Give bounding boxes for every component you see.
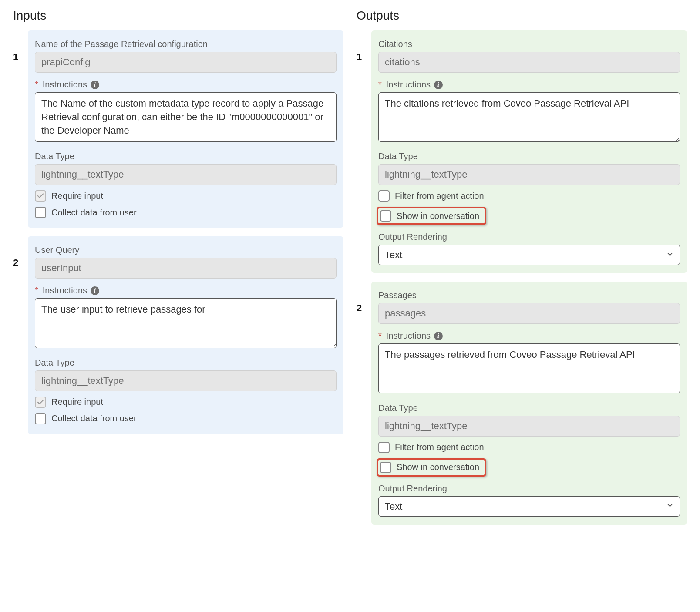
require-input-checkbox (35, 190, 46, 202)
outputs-column: Outputs 1 Citations * Instructions i Dat… (357, 9, 687, 533)
data-type-label: Data Type (35, 358, 337, 368)
output-rendering-label: Output Rendering (378, 232, 680, 242)
output-rendering-select[interactable]: Text (378, 245, 680, 265)
outputs-heading: Outputs (357, 9, 687, 23)
item-number: 1 (13, 30, 28, 63)
inputs-column: Inputs 1 Name of the Passage Retrieval c… (13, 9, 343, 533)
instructions-label: * Instructions i (378, 80, 680, 90)
output-rendering-select[interactable]: Text (378, 496, 680, 517)
output-rendering-label: Output Rendering (378, 484, 680, 494)
required-marker: * (35, 80, 38, 90)
output-title-label: Citations (378, 39, 680, 49)
input-card: User Query * Instructions i Data Type Re… (28, 236, 343, 434)
output-name-field (378, 52, 680, 73)
output-card: Citations * Instructions i Data Type Fil… (371, 30, 687, 273)
data-type-field (378, 416, 680, 437)
instructions-textarea[interactable] (35, 298, 337, 348)
required-marker: * (35, 286, 38, 296)
collect-from-user-checkbox[interactable] (35, 207, 46, 218)
require-input-checkbox (35, 397, 46, 408)
data-type-field (35, 370, 337, 391)
input-name-field (35, 52, 337, 73)
instructions-label: * Instructions i (35, 286, 337, 296)
info-icon[interactable]: i (434, 81, 443, 89)
collect-from-user-label: Collect data from user (51, 208, 137, 218)
data-type-label: Data Type (378, 403, 680, 413)
show-in-conversation-label: Show in conversation (397, 211, 479, 221)
input-item: 1 Name of the Passage Retrieval configur… (13, 30, 343, 228)
show-in-conversation-checkbox[interactable] (380, 210, 391, 222)
filter-from-agent-label: Filter from agent action (395, 442, 484, 452)
filter-from-agent-checkbox-row[interactable]: Filter from agent action (378, 190, 680, 202)
filter-from-agent-checkbox-row[interactable]: Filter from agent action (378, 442, 680, 453)
collect-from-user-checkbox-row[interactable]: Collect data from user (35, 207, 337, 218)
input-card: Name of the Passage Retrieval configurat… (28, 30, 343, 228)
output-title-label: Passages (378, 290, 680, 300)
instructions-textarea[interactable] (378, 343, 680, 393)
info-icon[interactable]: i (91, 81, 99, 89)
output-card: Passages * Instructions i Data Type Filt… (371, 282, 687, 524)
show-in-conversation-checkbox-row[interactable]: Show in conversation (377, 207, 486, 225)
input-title-label: User Query (35, 245, 337, 255)
output-item: 1 Citations * Instructions i Data Type F… (357, 30, 687, 273)
data-type-label: Data Type (35, 151, 337, 161)
item-number: 2 (357, 282, 371, 314)
info-icon[interactable]: i (434, 332, 443, 340)
item-number: 1 (357, 30, 371, 63)
required-marker: * (378, 80, 382, 90)
output-rendering-select-wrap[interactable]: Text (378, 245, 680, 265)
collect-from-user-checkbox-row[interactable]: Collect data from user (35, 413, 337, 424)
item-number: 2 (13, 236, 28, 269)
required-marker: * (378, 331, 382, 341)
show-in-conversation-checkbox[interactable] (380, 462, 391, 473)
require-input-label: Require input (51, 191, 103, 201)
output-name-field (378, 303, 680, 324)
instructions-label: * Instructions i (378, 331, 680, 341)
filter-from-agent-checkbox[interactable] (378, 442, 390, 453)
inputs-heading: Inputs (13, 9, 343, 23)
input-item: 2 User Query * Instructions i Data Type … (13, 236, 343, 434)
collect-from-user-checkbox[interactable] (35, 413, 46, 424)
output-rendering-select-wrap[interactable]: Text (378, 496, 680, 517)
output-item: 2 Passages * Instructions i Data Type Fi… (357, 282, 687, 524)
collect-from-user-label: Collect data from user (51, 414, 137, 424)
require-input-checkbox-row: Require input (35, 397, 337, 408)
require-input-label: Require input (51, 397, 103, 407)
data-type-label: Data Type (378, 151, 680, 161)
filter-from-agent-label: Filter from agent action (395, 191, 484, 201)
instructions-label: * Instructions i (35, 80, 337, 90)
instructions-textarea[interactable] (35, 92, 337, 142)
require-input-checkbox-row: Require input (35, 190, 337, 202)
data-type-field (378, 164, 680, 185)
info-icon[interactable]: i (91, 286, 99, 295)
input-name-field (35, 258, 337, 279)
input-title-label: Name of the Passage Retrieval configurat… (35, 39, 337, 49)
filter-from-agent-checkbox[interactable] (378, 190, 390, 202)
data-type-field (35, 164, 337, 185)
show-in-conversation-label: Show in conversation (397, 462, 479, 472)
show-in-conversation-checkbox-row[interactable]: Show in conversation (377, 458, 486, 477)
instructions-textarea[interactable] (378, 92, 680, 142)
